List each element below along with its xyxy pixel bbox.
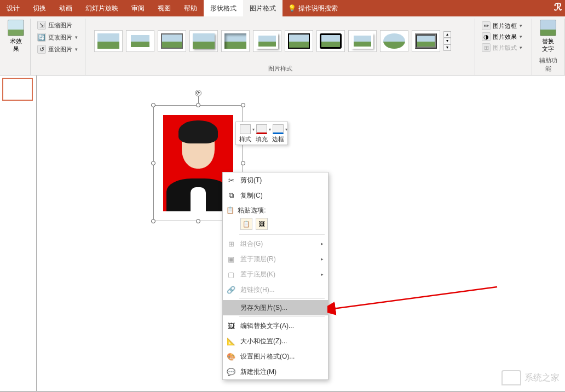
mini-style-button[interactable]: ▾ 样式 — [239, 124, 251, 143]
style-item-6[interactable] — [253, 30, 281, 52]
artistic-effects-icon — [8, 20, 24, 36]
slide-thumbnail-1[interactable] — [2, 78, 33, 101]
submenu-arrow-icon: ▸ — [321, 272, 324, 277]
style-item-4[interactable] — [189, 30, 218, 52]
tab-help[interactable]: 帮助 — [177, 0, 204, 16]
paste-option-1[interactable]: 📋 — [240, 218, 252, 230]
ctx-hyperlink: 🔗 超链接(H)... — [223, 282, 328, 297]
ctx-cut[interactable]: ✂ 剪切(T) — [223, 172, 328, 188]
ctx-send-back: ▢ 置于底层(K) ▸ — [223, 267, 328, 282]
watermark-icon — [501, 370, 521, 385]
compress-picture-button[interactable]: ⇲ 压缩图片 — [35, 20, 80, 31]
tab-design[interactable]: 设计 — [0, 0, 26, 16]
context-menu: ✂ 剪切(T) ⧉ 复制(C) 📋 粘贴选项: 📋 🖼 ⊞ 组合(G) ▸ — [222, 172, 328, 380]
reset-picture-button[interactable]: ↺ 重设图片▾ — [35, 44, 80, 55]
effects-icon: ◑ — [482, 32, 491, 41]
format-pic-icon: 🎨 — [226, 351, 236, 361]
lightbulb-icon: 💡 — [288, 4, 296, 12]
picture-effects-button[interactable]: ◑ 图片效果▾ — [480, 32, 524, 42]
ctx-group: ⊞ 组合(G) ▸ — [223, 236, 328, 251]
resize-handle-nw[interactable] — [151, 103, 155, 107]
change-icon: 🔄 — [37, 33, 46, 42]
tab-picture-format[interactable]: 图片格式 — [243, 0, 282, 16]
send-back-icon: ▢ — [226, 269, 236, 279]
rotate-handle[interactable]: ⟳ — [195, 90, 201, 96]
gallery-scroll-down[interactable]: ▾ — [443, 38, 451, 44]
layout-icon: ⊞ — [482, 43, 491, 52]
picture-layout-button: ⊞ 图片版式▾ — [480, 43, 524, 53]
mini-toolbar: ▾ 样式 ▾ 填充 ▾ 边框 — [235, 122, 288, 145]
resize-handle-ne[interactable] — [241, 103, 245, 107]
picture-styles-gallery[interactable]: ▴ ▾ ▾ — [90, 28, 456, 54]
paste-option-2[interactable]: 🖼 — [256, 218, 268, 230]
compress-icon: ⇲ — [37, 21, 46, 30]
alt-text-button[interactable]: 替换 文字 — [537, 19, 560, 54]
tab-view[interactable]: 视图 — [151, 0, 177, 16]
tell-me-search[interactable]: 💡 操作说明搜索 — [288, 4, 338, 13]
annotation-arrow — [327, 283, 503, 315]
save-as-pic-icon — [226, 303, 236, 313]
alt-text-icon — [540, 20, 556, 36]
border-icon: ✏ — [482, 21, 491, 30]
ctx-bring-front: ▣ 置于顶层(R) ▸ — [223, 251, 328, 267]
size-pos-icon: 📐 — [226, 336, 236, 346]
group-icon: ⊞ — [226, 239, 236, 249]
ctx-size-position[interactable]: 📐 大小和位置(Z)... — [223, 333, 328, 349]
cut-icon: ✂ — [226, 175, 236, 185]
style-item-9[interactable] — [348, 30, 377, 52]
tab-review[interactable]: 审阅 — [125, 0, 151, 16]
ribbon: 术效果 ⇲ 压缩图片 🔄 更改图片▾ ↺ 重设图片▾ — [0, 16, 565, 76]
style-item-1[interactable] — [94, 30, 123, 52]
tab-transitions[interactable]: 切换 — [26, 0, 53, 16]
tab-slideshow[interactable]: 幻灯片放映 — [79, 0, 125, 16]
app-logo-icon: ℛ — [554, 1, 562, 13]
picture-border-button[interactable]: ✏ 图片边框▾ — [480, 21, 524, 31]
alt-text-icon: 🖼 — [226, 321, 236, 331]
change-picture-button[interactable]: 🔄 更改图片▾ — [35, 32, 80, 43]
ctx-paste-label: 📋 粘贴选项: — [223, 203, 328, 217]
gallery-expand[interactable]: ▾ — [443, 44, 451, 51]
svg-line-1 — [333, 287, 497, 309]
style-item-11[interactable] — [412, 30, 440, 52]
style-item-8[interactable] — [316, 30, 345, 52]
style-item-10[interactable] — [380, 30, 408, 52]
access-group-label: 辅助功能 — [537, 55, 560, 74]
reset-icon: ↺ — [37, 45, 46, 54]
fill-icon: ▾ — [256, 124, 267, 134]
comment-icon: 💬 — [226, 367, 236, 377]
mini-fill-button[interactable]: ▾ 填充 — [256, 124, 268, 143]
style-item-7[interactable] — [285, 30, 313, 52]
ctx-edit-alt-text[interactable]: 🖼 编辑替换文字(A)... — [223, 318, 328, 333]
bring-front-icon: ▣ — [226, 254, 236, 264]
watermark: 系统之家 — [501, 370, 560, 385]
style-item-2[interactable] — [126, 30, 154, 52]
ribbon-tabs: 设计 切换 动画 幻灯片放映 审阅 视图 帮助 形状格式 图片格式 💡 操作说明… — [0, 0, 565, 16]
ctx-copy[interactable]: ⧉ 复制(C) — [223, 188, 328, 203]
editing-area: ⟳ ▾ 样式 ▾ 填充 — [0, 76, 565, 392]
ctx-save-as-picture[interactable]: 另存为图片(S)... — [223, 300, 328, 315]
resize-handle-n[interactable] — [196, 103, 200, 107]
style-item-5[interactable] — [221, 30, 250, 52]
resize-handle-s[interactable] — [196, 219, 200, 223]
ctx-new-comment[interactable]: 💬 新建批注(M) — [223, 364, 328, 379]
mini-outline-button[interactable]: ▾ 边框 — [272, 124, 284, 143]
style-icon: ▾ — [240, 124, 251, 134]
resize-handle-e[interactable] — [241, 161, 245, 165]
slide-canvas[interactable]: ⟳ ▾ 样式 ▾ 填充 — [37, 76, 565, 392]
artistic-effects-button[interactable]: 术效果 — [4, 19, 27, 54]
resize-handle-w[interactable] — [151, 161, 155, 165]
outline-icon: ▾ — [273, 124, 284, 134]
paste-icon: 📋 — [226, 206, 236, 214]
submenu-arrow-icon: ▸ — [321, 256, 324, 262]
tab-shape-format[interactable]: 形状格式 — [204, 0, 243, 16]
copy-icon: ⧉ — [226, 191, 236, 200]
gallery-scroll-up[interactable]: ▴ — [443, 31, 451, 38]
tab-animations[interactable]: 动画 — [53, 0, 79, 16]
hyperlink-icon: 🔗 — [226, 285, 236, 295]
resize-handle-sw[interactable] — [151, 219, 155, 223]
style-item-3[interactable] — [158, 30, 186, 52]
submenu-arrow-icon: ▸ — [321, 241, 324, 246]
ctx-format-picture[interactable]: 🎨 设置图片格式(O)... — [223, 349, 328, 364]
slide-thumbnails-pane[interactable] — [0, 76, 37, 392]
styles-group-label: 图片样式 — [90, 64, 470, 74]
